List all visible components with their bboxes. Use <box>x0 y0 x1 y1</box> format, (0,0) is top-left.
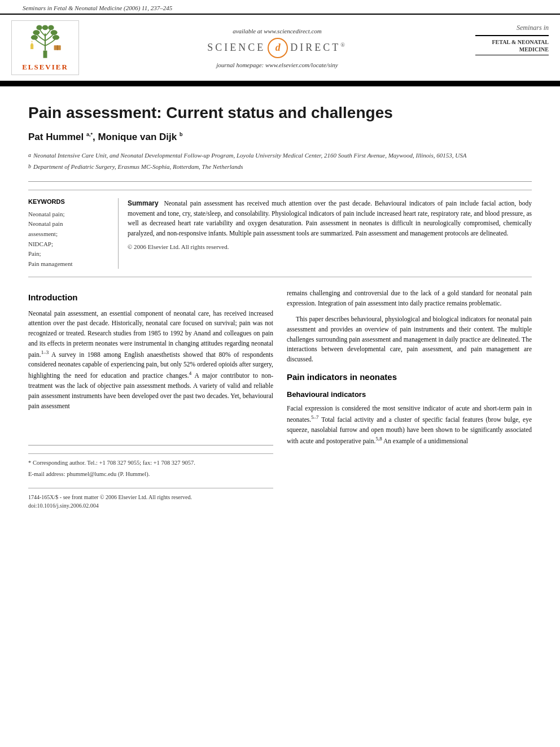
svg-point-4 <box>36 25 42 30</box>
keyword-3: assessment; <box>28 229 110 239</box>
separator <box>28 181 532 182</box>
affiliation-b-text: Department of Pediatric Surgery, Erasmus… <box>33 162 243 172</box>
main-content: Pain assessment: Current status and chal… <box>0 86 560 522</box>
available-text: available at www.sciencedirect.com <box>233 28 322 34</box>
left-column: Introduction Neonatal pain assessment, a… <box>28 289 273 510</box>
footnotes-area: * Corresponding author. Tel.: +1 708 327… <box>28 445 273 510</box>
affiliation-b-label: b <box>28 162 31 172</box>
footnote-corresponding: * Corresponding author. Tel.: +1 708 327… <box>28 458 273 468</box>
bottom-bar: 1744-165X/$ - see front matter © 2006 El… <box>28 488 273 510</box>
seminars-journal-name: FETAL & NEONATAL MEDICINE <box>475 38 549 53</box>
elsevier-tree-icon <box>25 24 65 60</box>
intro-paragraph-1: Neonatal pain assessment, an essential c… <box>28 309 273 412</box>
affiliation-a: a Neonatal Intensive Care Unit, and Neon… <box>28 151 532 161</box>
issn-text: 1744-165X/$ - see front matter © 2006 El… <box>28 493 273 502</box>
direct-text: DIRECT® <box>290 42 347 54</box>
svg-rect-10 <box>31 43 33 45</box>
sciencedirect-center: available at www.sciencedirect.com SCIEN… <box>85 20 470 75</box>
elsevier-logo: ELSEVIER <box>11 20 79 75</box>
keywords-summary-section: KEYWORDS Neonatal pain; Neonatal pain as… <box>28 190 532 278</box>
body-columns: Introduction Neonatal pain assessment, a… <box>28 289 532 510</box>
introduction-title: Introduction <box>28 291 273 304</box>
journal-homepage: journal homepage: www.elsevier.com/locat… <box>216 62 338 68</box>
citation-text: Seminars in Fetal & Neonatal Medicine (2… <box>23 5 172 11</box>
summary-body: Neonatal pain assessment has received mu… <box>128 200 532 237</box>
journal-header: ELSEVIER available at www.sciencedirect.… <box>0 14 560 82</box>
article-title: Pain assessment: Current status and chal… <box>28 103 532 123</box>
sciencedirect-logo: SCIENCE d DIRECT® <box>207 38 347 58</box>
affiliation-a-label: a <box>28 151 31 161</box>
keyword-6: Pain management <box>28 259 110 269</box>
svg-point-2 <box>31 35 38 40</box>
svg-rect-0 <box>43 51 47 58</box>
svg-point-5 <box>53 35 59 40</box>
keyword-5: Pain; <box>28 249 110 259</box>
keyword-1: Neonatal pain; <box>28 209 110 220</box>
intro-paragraph-3: This paper describes behavioural, physio… <box>287 314 532 365</box>
keyword-2: Neonatal pain <box>28 219 110 229</box>
svg-point-8 <box>42 25 48 30</box>
keywords-section: KEYWORDS Neonatal pain; Neonatal pain as… <box>28 198 119 269</box>
black-bar <box>0 82 560 86</box>
seminars-italic-text: Seminars in <box>517 23 549 33</box>
copyright-text: © 2006 Elsevier Ltd. All rights reserved… <box>128 243 532 250</box>
affiliations: a Neonatal Intensive Care Unit, and Neon… <box>28 151 532 172</box>
right-column: remains challenging and controversial du… <box>287 289 532 510</box>
science-text: SCIENCE <box>207 42 265 54</box>
authors-line: Pat Hummel a,*, Monique van Dijk b <box>28 132 532 143</box>
summary-title: Summary <box>128 199 159 207</box>
behavioural-paragraph: Facial expression is considered the most… <box>287 404 532 446</box>
summary-section: Summary Neonatal pain assessment has rec… <box>119 198 532 269</box>
sd-icon: d <box>268 38 288 58</box>
keywords-title: KEYWORDS <box>28 198 110 205</box>
affiliation-b: b Department of Pediatric Surgery, Erasm… <box>28 162 532 172</box>
affiliation-a-text: Neonatal Intensive Care Unit, and Neonat… <box>33 151 466 161</box>
seminars-logo: Seminars in FETAL & NEONATAL MEDICINE <box>475 20 549 75</box>
doi-text: doi:10.1016/j.siny.2006.02.004 <box>28 501 273 510</box>
intro-paragraph-2: remains challenging and controversial du… <box>287 289 532 309</box>
svg-point-7 <box>48 25 54 30</box>
pain-indicators-title: Pain indicators in neonates <box>287 370 532 383</box>
behavioural-indicators-title: Behavioural indicators <box>287 389 532 400</box>
elsevier-brand-text: ELSEVIER <box>22 63 68 72</box>
footnote-email: E-mail address: phummel@lumc.edu (P. Hum… <box>28 470 273 479</box>
page: Seminars in Fetal & Neonatal Medicine (2… <box>0 0 560 747</box>
footnotes: * Corresponding author. Tel.: +1 708 327… <box>28 453 273 479</box>
journal-citation: Seminars in Fetal & Neonatal Medicine (2… <box>0 0 560 14</box>
svg-point-6 <box>51 30 58 35</box>
svg-point-3 <box>33 30 40 35</box>
footnote-separator <box>28 445 273 445</box>
summary-text: Summary Neonatal pain assessment has rec… <box>128 198 532 239</box>
keyword-4: NIDCAP; <box>28 239 110 250</box>
